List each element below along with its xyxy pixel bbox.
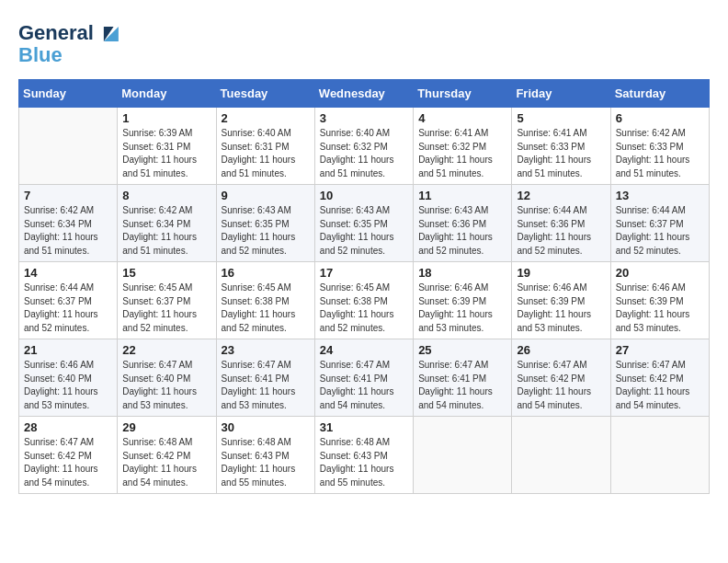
day-number: 14	[24, 266, 112, 280]
day-info: Sunrise: 6:46 AMSunset: 6:40 PMDaylight:…	[24, 359, 112, 412]
day-number: 25	[418, 343, 506, 357]
weekday-header-monday: Monday	[118, 80, 216, 108]
day-number: 12	[517, 189, 605, 202]
day-cell: 23Sunrise: 6:47 AMSunset: 6:41 PMDayligh…	[216, 339, 314, 417]
weekday-header-thursday: Thursday	[414, 80, 512, 108]
day-cell: 17Sunrise: 6:45 AMSunset: 6:38 PMDayligh…	[314, 262, 413, 339]
weekday-header-tuesday: Tuesday	[216, 80, 314, 108]
day-number: 13	[616, 189, 704, 202]
day-cell	[512, 417, 610, 494]
day-number: 7	[24, 189, 112, 202]
day-cell: 24Sunrise: 6:47 AMSunset: 6:41 PMDayligh…	[314, 339, 413, 417]
logo-blue-text: Blue	[18, 44, 63, 66]
day-cell: 28Sunrise: 6:47 AMSunset: 6:42 PMDayligh…	[19, 417, 118, 494]
day-cell: 19Sunrise: 6:46 AMSunset: 6:39 PMDayligh…	[512, 262, 610, 339]
day-info: Sunrise: 6:45 AMSunset: 6:38 PMDaylight:…	[222, 282, 310, 335]
day-cell: 7Sunrise: 6:42 AMSunset: 6:34 PMDaylight…	[19, 185, 118, 262]
week-row-2: 7Sunrise: 6:42 AMSunset: 6:34 PMDaylight…	[19, 185, 710, 262]
logo-icon	[96, 18, 125, 48]
day-cell: 11Sunrise: 6:43 AMSunset: 6:36 PMDayligh…	[414, 185, 512, 262]
day-info: Sunrise: 6:47 AMSunset: 6:42 PMDaylight:…	[616, 359, 704, 412]
day-cell: 31Sunrise: 6:48 AMSunset: 6:43 PMDayligh…	[314, 417, 413, 494]
week-row-4: 21Sunrise: 6:46 AMSunset: 6:40 PMDayligh…	[19, 339, 710, 417]
weekday-header-row: SundayMondayTuesdayWednesdayThursdayFrid…	[19, 80, 710, 108]
day-number: 21	[24, 343, 112, 357]
day-cell: 13Sunrise: 6:44 AMSunset: 6:37 PMDayligh…	[610, 185, 709, 262]
day-info: Sunrise: 6:47 AMSunset: 6:41 PMDaylight:…	[222, 359, 310, 412]
day-cell: 4Sunrise: 6:41 AMSunset: 6:32 PMDaylight…	[414, 108, 512, 185]
day-cell: 2Sunrise: 6:40 AMSunset: 6:31 PMDaylight…	[216, 108, 314, 185]
header: General Blue	[18, 18, 710, 66]
day-info: Sunrise: 6:43 AMSunset: 6:36 PMDaylight:…	[418, 204, 506, 258]
day-cell: 1Sunrise: 6:39 AMSunset: 6:31 PMDaylight…	[118, 108, 216, 185]
day-cell: 16Sunrise: 6:45 AMSunset: 6:38 PMDayligh…	[216, 262, 314, 339]
logo: General Blue	[18, 18, 125, 66]
day-info: Sunrise: 6:41 AMSunset: 6:32 PMDaylight:…	[418, 127, 506, 180]
day-cell: 6Sunrise: 6:42 AMSunset: 6:33 PMDaylight…	[610, 108, 709, 185]
day-info: Sunrise: 6:48 AMSunset: 6:43 PMDaylight:…	[222, 436, 310, 489]
week-row-5: 28Sunrise: 6:47 AMSunset: 6:42 PMDayligh…	[19, 417, 710, 494]
day-info: Sunrise: 6:40 AMSunset: 6:32 PMDaylight:…	[320, 127, 408, 180]
day-info: Sunrise: 6:47 AMSunset: 6:42 PMDaylight:…	[517, 359, 605, 412]
day-info: Sunrise: 6:41 AMSunset: 6:33 PMDaylight:…	[517, 127, 605, 180]
day-number: 28	[24, 420, 112, 434]
day-info: Sunrise: 6:46 AMSunset: 6:39 PMDaylight:…	[418, 282, 506, 335]
day-info: Sunrise: 6:47 AMSunset: 6:42 PMDaylight:…	[24, 436, 112, 489]
day-info: Sunrise: 6:48 AMSunset: 6:43 PMDaylight:…	[320, 436, 408, 489]
day-info: Sunrise: 6:43 AMSunset: 6:35 PMDaylight:…	[320, 204, 408, 258]
day-number: 18	[418, 266, 506, 280]
day-number: 31	[320, 420, 408, 434]
day-number: 27	[616, 343, 704, 357]
day-info: Sunrise: 6:46 AMSunset: 6:39 PMDaylight:…	[517, 282, 605, 335]
day-cell: 18Sunrise: 6:46 AMSunset: 6:39 PMDayligh…	[414, 262, 512, 339]
day-number: 22	[122, 343, 210, 357]
day-number: 4	[418, 111, 506, 125]
day-info: Sunrise: 6:45 AMSunset: 6:37 PMDaylight:…	[122, 282, 210, 335]
day-number: 23	[222, 343, 310, 357]
day-number: 1	[122, 111, 210, 125]
day-cell: 12Sunrise: 6:44 AMSunset: 6:36 PMDayligh…	[512, 185, 610, 262]
day-cell: 9Sunrise: 6:43 AMSunset: 6:35 PMDaylight…	[216, 185, 314, 262]
day-number: 16	[222, 266, 310, 280]
day-cell: 8Sunrise: 6:42 AMSunset: 6:34 PMDaylight…	[118, 185, 216, 262]
day-number: 17	[320, 266, 408, 280]
day-cell	[19, 108, 118, 185]
day-info: Sunrise: 6:43 AMSunset: 6:35 PMDaylight:…	[222, 204, 310, 258]
day-cell	[414, 417, 512, 494]
day-number: 24	[320, 343, 408, 357]
day-info: Sunrise: 6:42 AMSunset: 6:34 PMDaylight:…	[122, 204, 210, 258]
day-cell: 25Sunrise: 6:47 AMSunset: 6:41 PMDayligh…	[414, 339, 512, 417]
day-info: Sunrise: 6:42 AMSunset: 6:34 PMDaylight:…	[24, 204, 112, 258]
day-number: 11	[418, 189, 506, 202]
weekday-header-wednesday: Wednesday	[314, 80, 413, 108]
day-cell: 20Sunrise: 6:46 AMSunset: 6:39 PMDayligh…	[610, 262, 709, 339]
day-info: Sunrise: 6:39 AMSunset: 6:31 PMDaylight:…	[122, 127, 210, 180]
week-row-3: 14Sunrise: 6:44 AMSunset: 6:37 PMDayligh…	[19, 262, 710, 339]
day-cell: 15Sunrise: 6:45 AMSunset: 6:37 PMDayligh…	[118, 262, 216, 339]
day-cell: 10Sunrise: 6:43 AMSunset: 6:35 PMDayligh…	[314, 185, 413, 262]
day-cell: 3Sunrise: 6:40 AMSunset: 6:32 PMDaylight…	[314, 108, 413, 185]
day-cell: 27Sunrise: 6:47 AMSunset: 6:42 PMDayligh…	[610, 339, 709, 417]
week-row-1: 1Sunrise: 6:39 AMSunset: 6:31 PMDaylight…	[19, 108, 710, 185]
day-info: Sunrise: 6:47 AMSunset: 6:41 PMDaylight:…	[418, 359, 506, 412]
day-number: 6	[616, 111, 704, 125]
day-info: Sunrise: 6:47 AMSunset: 6:41 PMDaylight:…	[320, 359, 408, 412]
day-info: Sunrise: 6:42 AMSunset: 6:33 PMDaylight:…	[616, 127, 704, 180]
day-cell: 22Sunrise: 6:47 AMSunset: 6:40 PMDayligh…	[118, 339, 216, 417]
day-number: 9	[222, 189, 310, 202]
day-number: 26	[517, 343, 605, 357]
day-number: 19	[517, 266, 605, 280]
day-number: 8	[122, 189, 210, 202]
weekday-header-sunday: Sunday	[19, 80, 118, 108]
day-info: Sunrise: 6:44 AMSunset: 6:36 PMDaylight:…	[517, 204, 605, 258]
day-number: 10	[320, 189, 408, 202]
day-number: 15	[122, 266, 210, 280]
day-cell: 21Sunrise: 6:46 AMSunset: 6:40 PMDayligh…	[19, 339, 118, 417]
day-info: Sunrise: 6:45 AMSunset: 6:38 PMDaylight:…	[320, 282, 408, 335]
day-number: 20	[616, 266, 704, 280]
page: General Blue SundayMondayTuesdayWednesda…	[0, 0, 728, 563]
weekday-header-friday: Friday	[512, 80, 610, 108]
day-info: Sunrise: 6:40 AMSunset: 6:31 PMDaylight:…	[222, 127, 310, 180]
day-info: Sunrise: 6:44 AMSunset: 6:37 PMDaylight:…	[616, 204, 704, 258]
logo-text: General	[18, 22, 94, 44]
